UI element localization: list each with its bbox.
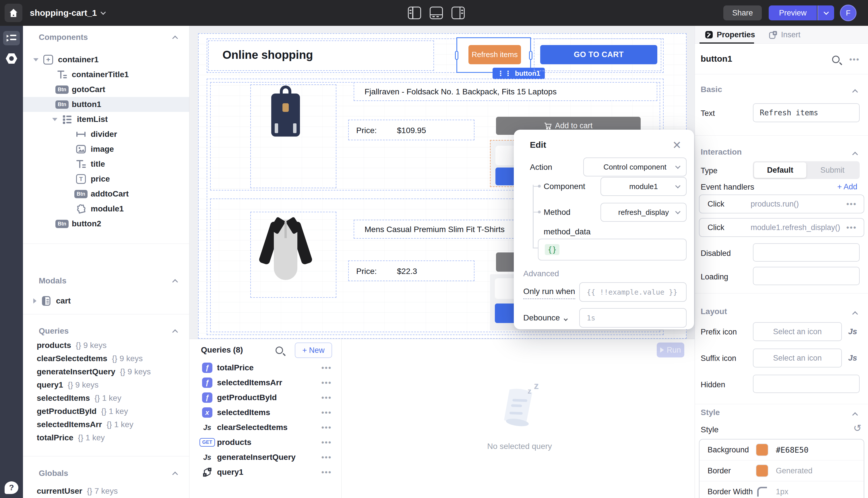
background-swatch[interactable]	[756, 444, 768, 456]
price-widget[interactable]: Price: $109.95	[348, 120, 475, 140]
tree-item[interactable]: Btn button2	[23, 216, 190, 231]
tree-item[interactable]: T price	[23, 172, 190, 186]
query-row[interactable]: Js generateInsertQuery •••	[190, 450, 341, 465]
only-run-when-input[interactable]	[579, 282, 687, 302]
toggle-bottom-panel-button[interactable]	[430, 6, 443, 19]
modals-section-header[interactable]: Modals	[23, 275, 189, 287]
help-button[interactable]: ?	[4, 481, 18, 494]
suffix-icon-select[interactable]: Select an icon	[753, 349, 842, 367]
query-menu-icon[interactable]: •••	[322, 393, 332, 402]
query-row[interactable]: x selectedItems •••	[190, 405, 341, 420]
tree-item[interactable]: totalPrice {} 1 key	[23, 430, 190, 445]
query-row[interactable]: query1 •••	[190, 465, 341, 480]
border-swatch[interactable]	[756, 464, 768, 477]
query-menu-icon[interactable]: •••	[322, 378, 332, 387]
basic-section-title[interactable]: Basic	[701, 85, 722, 94]
query-menu-icon[interactable]: •••	[322, 364, 332, 372]
query-menu-icon[interactable]: •••	[322, 453, 332, 462]
loading-input[interactable]	[753, 267, 860, 285]
tree-item[interactable]: title	[23, 157, 190, 172]
product-image-tshirt[interactable]	[264, 216, 307, 282]
event-handler-row[interactable]: Click module1.refresh_display() •••	[699, 218, 864, 237]
query-menu-icon[interactable]: •••	[322, 408, 332, 417]
debounce-input[interactable]	[579, 308, 687, 328]
style-section-title[interactable]: Style	[701, 408, 720, 417]
tree-item[interactable]: products {} 9 keys	[23, 338, 190, 353]
tree-item[interactable]: containerTitle1	[23, 67, 190, 82]
prefix-icon-select[interactable]: Select an icon	[753, 322, 842, 341]
settings-nut-button[interactable]	[6, 53, 17, 64]
tree-item[interactable]: Btn button1	[23, 97, 190, 112]
query-menu-icon[interactable]: •••	[322, 468, 332, 477]
globals-section-header[interactable]: Globals	[23, 467, 189, 480]
tree-item[interactable]: query1 {} 9 keys	[23, 378, 190, 392]
widget-menu-icon[interactable]: •••	[849, 55, 860, 64]
caret-icon[interactable]	[52, 118, 57, 121]
tree-item[interactable]: + container1	[23, 52, 190, 67]
home-button[interactable]	[4, 4, 22, 22]
preview-options-button[interactable]	[817, 5, 834, 21]
handler-menu-icon[interactable]: •••	[846, 223, 857, 232]
search-icon[interactable]	[275, 346, 283, 354]
new-query-button[interactable]: + New	[295, 342, 332, 358]
method-data-input[interactable]: {}	[538, 239, 687, 261]
toggle-right-panel-button[interactable]	[452, 6, 465, 19]
tree-item[interactable]: Btn addtoCart	[23, 186, 190, 201]
run-query-button[interactable]: Run	[657, 342, 684, 357]
tree-item[interactable]: selectedItems {} 1 key	[23, 391, 190, 406]
queries-section-header[interactable]: Queries	[23, 325, 189, 337]
event-handler-row[interactable]: Click products.run() •••	[699, 195, 864, 213]
prefix-js-toggle[interactable]: Js	[848, 327, 857, 336]
query-row[interactable]: Js clearSelectedtems •••	[190, 420, 341, 435]
preview-button[interactable]: Preview	[769, 5, 817, 21]
interaction-section-title[interactable]: Interaction	[701, 147, 742, 157]
action-select[interactable]: Control component	[583, 157, 687, 176]
query-row[interactable]: ƒ selectedItemsArr •••	[190, 375, 341, 390]
tree-item[interactable]: selectedItemsArr {} 1 key	[23, 417, 190, 432]
reset-style-icon[interactable]: ↺	[853, 422, 862, 434]
components-section-header[interactable]: Components	[23, 31, 189, 43]
style-row-border-width[interactable]: Border Width 1px	[700, 481, 864, 498]
type-option-default[interactable]: Default	[754, 162, 806, 178]
style-row-border[interactable]: Border Generated	[700, 460, 864, 481]
query-row[interactable]: ƒ totalPrice •••	[190, 360, 341, 375]
caret-icon[interactable]	[33, 298, 37, 303]
tree-item[interactable]: generateInsertQuery {} 9 keys	[23, 364, 190, 379]
tab-insert[interactable]: Insert	[769, 26, 801, 43]
query-menu-icon[interactable]: •••	[322, 438, 332, 447]
search-icon[interactable]	[832, 56, 840, 63]
tree-item[interactable]: clearSelectedtems {} 9 keys	[23, 351, 190, 366]
resize-handle-left[interactable]	[455, 51, 458, 60]
refresh-items-button[interactable]: Refresh items	[468, 45, 521, 64]
query-row[interactable]: ƒ getProductById •••	[190, 390, 341, 405]
tree-item[interactable]: Btn gotoCart	[23, 82, 190, 97]
query-menu-icon[interactable]: •••	[322, 423, 332, 432]
method-select[interactable]: refresh_display	[600, 203, 687, 222]
handler-menu-icon[interactable]: •••	[846, 200, 857, 209]
advanced-label[interactable]: Advanced	[523, 269, 559, 278]
tree-item[interactable]: currentUser {} 7 keys	[23, 484, 190, 498]
title-widget[interactable]: Fjallraven - Foldsack No. 1 Backpack, Fi…	[354, 82, 657, 101]
price-widget[interactable]: Price: $22.3	[348, 261, 475, 281]
tree-item[interactable]: getProductById {} 1 key	[23, 404, 190, 419]
tab-properties[interactable]: Properties	[705, 26, 755, 43]
debounce-label[interactable]: Debounce	[523, 313, 567, 323]
tree-item[interactable]: itemList	[23, 112, 190, 127]
container-title-widget[interactable]: Online shopping	[208, 40, 434, 71]
tree-item[interactable]: module1	[23, 201, 190, 216]
tree-item[interactable]: image	[23, 142, 190, 157]
caret-icon[interactable]	[33, 58, 38, 61]
component-select[interactable]: module1	[600, 177, 687, 196]
layout-section-title[interactable]: Layout	[701, 307, 727, 316]
product-image-backpack[interactable]	[266, 86, 305, 138]
share-button[interactable]: Share	[723, 5, 762, 21]
suffix-js-toggle[interactable]: Js	[848, 353, 857, 363]
hidden-input[interactable]	[753, 375, 860, 393]
add-handler-button[interactable]: + Add	[837, 182, 857, 191]
resize-handle-right[interactable]	[529, 51, 532, 60]
style-row-background[interactable]: Background #E68E50	[700, 440, 864, 460]
go-to-cart-button[interactable]: GO TO CART	[540, 45, 657, 64]
tree-item[interactable]: divider	[23, 127, 190, 142]
type-segmented-control[interactable]: Default Submit	[753, 161, 860, 179]
close-icon[interactable]: ✕	[672, 139, 682, 152]
